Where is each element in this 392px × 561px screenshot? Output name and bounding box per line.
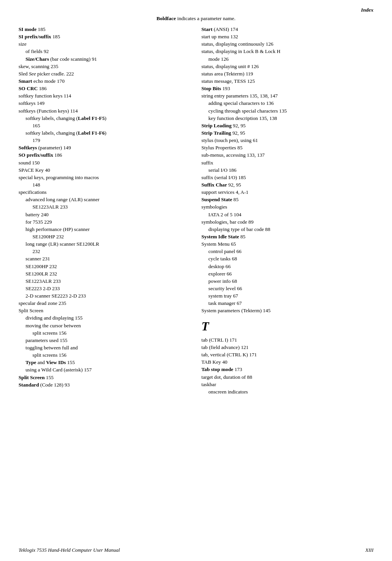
index-entry: parameters used 155: [26, 337, 191, 344]
index-entry: long range (LR) scanner SE1200LR: [26, 240, 191, 248]
page-footer: Teklogix 7535 Hand-Held Computer User Ma…: [0, 547, 392, 553]
index-entry: status area (Tekterm) 119: [201, 70, 373, 77]
index-entry: Strip Trailing 92, 95: [201, 129, 373, 137]
main-content: SI mode 185SI prefix/suffix 185sizeof fi…: [19, 26, 373, 395]
index-entry: displaying type of bar code 88: [208, 226, 373, 233]
index-entry: serial I/O 186: [208, 166, 373, 174]
index-entry: moving the cursor between: [26, 322, 191, 329]
index-entry: Start (ANSI) 174: [201, 26, 373, 33]
index-entry: status, displaying unit # 126: [201, 63, 373, 70]
index-entry: T: [201, 317, 373, 335]
index-entry: SE1200LR 232: [26, 270, 191, 277]
footer-left: Teklogix 7535 Hand-Held Computer User Ma…: [19, 547, 120, 553]
footer-right: XIII: [365, 547, 373, 553]
index-entry: Sled See picker cradle. 222: [19, 70, 191, 77]
index-entry: support services 4, A-1: [201, 188, 373, 196]
index-entry: softkey labels, changing (Label F1-F6): [26, 129, 191, 137]
index-entry: dividing and displaying 155: [26, 314, 191, 322]
index-entry: status, displaying in Lock B & Lock H: [201, 48, 373, 55]
index-entry: split screens 156: [32, 351, 191, 359]
index-entry: Strip Leading 92, 95: [201, 122, 373, 129]
index-entry: of fields 92: [26, 48, 191, 55]
index-entry: taskbar: [201, 381, 373, 388]
index-entry: SI prefix/suffix 185: [19, 33, 191, 40]
index-entry: power info 68: [208, 277, 373, 285]
index-entry: cycling through special characters 135: [208, 107, 373, 115]
page-header: Index: [19, 7, 373, 13]
index-entry: suffix: [201, 159, 373, 166]
intro-suffix: indicates a parameter name.: [176, 15, 235, 21]
intro-bold: Boldface: [157, 15, 176, 21]
index-entry: symbologies, bar code 89: [201, 218, 373, 226]
index-entry: Split Screen: [19, 307, 191, 314]
index-entry: Tab stop mode 173: [201, 366, 373, 373]
index-entry: Suffix Char 92, 95: [201, 181, 373, 188]
index-entry: advanced long range (ALR) scanner: [26, 196, 191, 203]
index-entry: Stylus Properties 85: [201, 144, 373, 151]
index-entry: 2-D scanner SE2223 2-D 233: [26, 292, 191, 299]
index-entry: explorer 66: [208, 270, 373, 277]
index-entry: target dot, duration of 88: [201, 373, 373, 381]
index-entry: specifications: [19, 188, 191, 196]
index-entry: SE1223ALR 233: [26, 277, 191, 285]
index-entry: desktop 66: [208, 263, 373, 270]
index-entry: 232: [32, 248, 191, 255]
index-entry: symbologies: [201, 203, 373, 210]
index-entry: softkey labels, changing (Label F1-F5): [26, 115, 191, 122]
index-entry: mode 126: [208, 55, 373, 63]
index-entry: Standard (Code 128) 93: [19, 381, 191, 388]
index-entry: security level 66: [208, 285, 373, 292]
index-entry: SE1200HP 232: [26, 263, 191, 270]
index-entry: softkeys 149: [19, 99, 191, 107]
index-entry: control panel 66: [208, 248, 373, 255]
right-column: Start (ANSI) 174start up menu 132status,…: [201, 26, 373, 395]
index-entry: SO prefix/suffix 186: [19, 151, 191, 159]
index-entry: 148: [32, 181, 191, 188]
index-entry: IATA 2 of 5 104: [208, 211, 373, 218]
index-entry: onscreen indicators: [208, 388, 373, 395]
index-entry: key function description 135, 138: [208, 115, 373, 122]
index-entry: TAB Key 40: [201, 358, 373, 366]
index-entry: suffix (serial I/O) 185: [201, 174, 373, 181]
index-entry: SPACE Key 40: [19, 166, 191, 174]
index-entry: system tray 67: [208, 292, 373, 299]
index-entry: using a Wild Card (asterisk) 157: [26, 366, 191, 373]
index-entry: specular dead zone 235: [19, 299, 191, 307]
index-entry: Size/Chars (bar code scanning) 91: [26, 55, 191, 63]
index-entry: cycle tasks 68: [208, 255, 373, 262]
index-entry: tab (field advance) 121: [201, 344, 373, 351]
index-entry: status message, TESS 125: [201, 77, 373, 85]
index-entry: 179: [32, 137, 191, 144]
index-entry: adding special characters to 136: [208, 99, 373, 107]
index-entry: 165: [32, 122, 191, 129]
index-entry: stylus (touch pen), using 61: [201, 137, 373, 144]
index-entry: softkeys (Function keys) 114: [19, 107, 191, 115]
index-entry: Suspend State 85: [201, 196, 373, 203]
index-entry: battery 240: [26, 211, 191, 218]
index-entry: string entry parameters 135, 138, 147: [201, 92, 373, 99]
index-entry: SE1200HP 232: [32, 233, 191, 240]
index-entry: SI mode 185: [19, 26, 191, 33]
index-entry: Softkeys (parameter) 149: [19, 144, 191, 151]
index-entry: Type and View IDs 155: [26, 359, 191, 366]
index-entry: scanner 231: [26, 255, 191, 262]
index-entry: high performance (HP) scanner: [26, 226, 191, 233]
index-entry: Stop Bits 193: [201, 85, 373, 92]
index-entry: tab, vertical (CTRL K) 171: [201, 351, 373, 358]
index-entry: Split Screen 155: [19, 374, 191, 381]
left-column: SI mode 185SI prefix/suffix 185sizeof fi…: [19, 26, 191, 395]
index-entry: SE1223ALR 233: [32, 203, 191, 210]
index-entry: Smart echo mode 170: [19, 77, 191, 85]
index-entry: sound 150: [19, 159, 191, 166]
index-entry: tab (CTRL I) 171: [201, 336, 373, 344]
index-entry: sub-menus, accessing 133, 137: [201, 151, 373, 159]
index-entry: split screens 156: [32, 329, 191, 337]
index-entry: skew, scanning 235: [19, 63, 191, 70]
index-entry: SE2223 2-D 233: [26, 285, 191, 292]
index-entry: task manager 67: [208, 299, 373, 307]
index-entry: status, displaying continuously 126: [201, 40, 373, 48]
index-entry: System Menu 65: [201, 240, 373, 248]
intro-line: Boldface indicates a parameter name.: [19, 15, 373, 22]
index-entry: SO CRC 186: [19, 85, 191, 92]
index-entry: softkey function keys 114: [19, 92, 191, 99]
